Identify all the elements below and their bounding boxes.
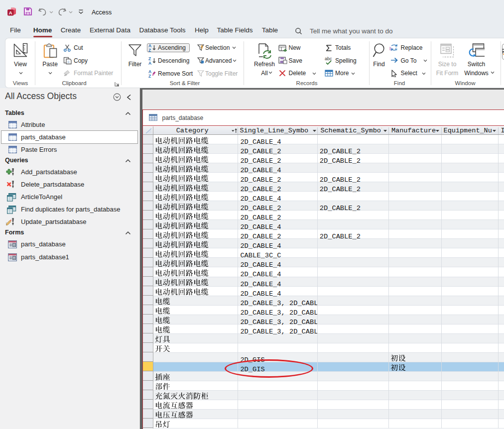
svg-text:A: A <box>9 10 12 15</box>
svg-text:Z: Z <box>148 73 151 78</box>
svg-text:Z: Z <box>148 48 151 52</box>
svg-text:c: c <box>395 46 397 51</box>
svg-text:abc: abc <box>325 56 332 61</box>
svg-text:A: A <box>148 60 151 65</box>
